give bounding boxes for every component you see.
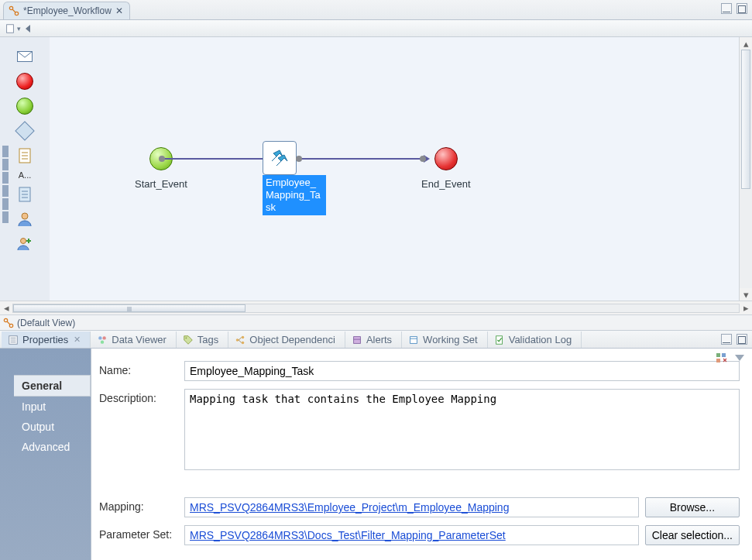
tab-alerts[interactable]: Alerts xyxy=(345,332,402,348)
svg-point-24 xyxy=(101,340,104,343)
parameter-set-link[interactable]: MRS_PSVQ2864MRS3\Docs_Test\Filter_Mappin… xyxy=(190,529,506,541)
editor-tab-workflow[interactable]: *Employee_Workflow ✕ xyxy=(3,2,130,19)
tab-validation-log[interactable]: Validation Log xyxy=(488,332,582,348)
svg-point-22 xyxy=(98,336,101,339)
workflow-icon xyxy=(9,5,19,16)
svg-rect-31 xyxy=(354,336,361,343)
side-tab-output[interactable]: Output xyxy=(14,417,91,437)
name-field[interactable] xyxy=(184,361,740,381)
side-tab-input[interactable]: Input xyxy=(14,397,91,417)
tab-properties-label: Properties xyxy=(22,334,68,345)
minimize-view-button[interactable] xyxy=(721,3,732,14)
maximize-lower-panel-button[interactable] xyxy=(737,334,747,345)
end-event-node[interactable]: End_Event xyxy=(421,147,471,190)
editor-canvas-area: A... Start_Event xyxy=(0,37,752,301)
tab-working-set-label: Working Set xyxy=(423,334,478,345)
svg-point-25 xyxy=(185,337,187,338)
sequence-flow-2[interactable] xyxy=(299,158,423,160)
properties-icon xyxy=(8,335,19,345)
parameter-set-field[interactable]: MRS_PSVQ2864MRS3\Docs_Test\Filter_Mappin… xyxy=(184,525,639,545)
sequence-flow-1[interactable] xyxy=(162,158,266,160)
side-tab-general[interactable]: General xyxy=(14,375,91,397)
svg-point-26 xyxy=(236,338,239,342)
properties-toolbar xyxy=(715,352,746,364)
svg-point-13 xyxy=(22,213,28,219)
svg-point-0 xyxy=(9,6,12,9)
description-label: Description: xyxy=(99,389,178,470)
tab-data-viewer-label: Data Viewer xyxy=(112,334,167,345)
mapping-task-icon xyxy=(269,147,290,169)
properties-side-tabs: General Input Output Advanced xyxy=(14,349,91,560)
gateway-palette-icon[interactable] xyxy=(13,121,36,141)
svg-rect-3 xyxy=(7,24,14,33)
svg-point-14 xyxy=(21,239,26,244)
scroll-left-icon[interactable]: ◂ xyxy=(0,302,12,314)
tab-object-dependencies[interactable]: Object Dependenci xyxy=(228,332,345,348)
view-menu-icon[interactable] xyxy=(733,352,746,364)
start-event-label: Start_Event xyxy=(135,178,187,190)
tab-alerts-label: Alerts xyxy=(366,334,392,345)
lower-panel-tabbar: Properties ✕ Data Viewer Tags Object Dep… xyxy=(0,330,752,349)
start-event-palette-icon[interactable] xyxy=(13,96,36,116)
scroll-up-icon[interactable]: ▴ xyxy=(740,37,752,50)
svg-line-30 xyxy=(239,340,242,343)
data-viewer-icon xyxy=(97,335,108,345)
svg-point-23 xyxy=(103,336,106,339)
tab-properties[interactable]: Properties ✕ xyxy=(2,332,91,348)
scroll-right-icon[interactable]: ▸ xyxy=(740,302,752,314)
side-tabs-gutter xyxy=(0,349,14,560)
editor-status-view-label: (Default View) xyxy=(17,318,75,328)
validation-log-icon xyxy=(494,335,505,345)
name-label: Name: xyxy=(99,361,178,381)
mapping-field[interactable]: MRS_PSVQ2864MRS3\Employee_Project\m_Empl… xyxy=(184,497,639,517)
svg-rect-37 xyxy=(722,353,726,357)
nav-back-icon[interactable] xyxy=(26,25,30,33)
editor-toolbar: ▾ xyxy=(0,20,752,37)
mapping-task-label: Employee_Mapping_Task xyxy=(263,175,326,215)
editor-tabbar: *Employee_Workflow ✕ xyxy=(0,0,752,20)
show-categories-icon[interactable] xyxy=(715,352,727,364)
svg-line-17 xyxy=(7,321,10,325)
clear-selection-button[interactable]: Clear selection... xyxy=(645,525,740,545)
tab-validation-log-label: Validation Log xyxy=(509,334,572,345)
svg-rect-36 xyxy=(716,353,720,357)
end-event-circle-icon xyxy=(434,147,458,170)
user-task-palette-icon[interactable] xyxy=(13,209,36,229)
email-task-palette-icon[interactable] xyxy=(13,46,36,67)
object-dep-icon xyxy=(235,335,246,345)
tags-icon xyxy=(183,335,194,345)
close-icon[interactable]: ✕ xyxy=(115,5,123,16)
tab-working-set[interactable]: Working Set xyxy=(402,332,488,348)
zoom-dropdown[interactable]: ▾ xyxy=(5,23,21,34)
mapping-task-node[interactable]: Employee_Mapping_Task xyxy=(263,141,326,215)
tab-data-viewer[interactable]: Data Viewer xyxy=(91,332,177,348)
workflow-canvas[interactable]: Start_Event Employee_Mapping_Task End_Ev… xyxy=(50,37,752,301)
tab-tags[interactable]: Tags xyxy=(177,332,228,348)
page-icon xyxy=(5,23,15,34)
description-field[interactable] xyxy=(184,389,740,470)
task-document-palette-icon[interactable] xyxy=(13,146,36,166)
end-event-label: End_Event xyxy=(421,178,471,190)
palette-drawer-handle[interactable] xyxy=(2,146,10,223)
mapping-task-box xyxy=(263,141,297,175)
maximize-view-button[interactable] xyxy=(737,3,747,14)
canvas-horizontal-scrollbar[interactable]: ◂ ▸ xyxy=(0,301,752,314)
mapping-link[interactable]: MRS_PSVQ2864MRS3\Employee_Project\m_Empl… xyxy=(190,501,509,514)
minimize-lower-panel-button[interactable] xyxy=(721,334,732,345)
add-user-task-palette-icon[interactable] xyxy=(13,234,36,254)
scroll-down-icon[interactable]: ▾ xyxy=(740,288,752,301)
side-tab-advanced[interactable]: Advanced xyxy=(14,437,91,457)
svg-point-16 xyxy=(9,324,12,327)
browse-button[interactable]: Browse... xyxy=(645,497,740,517)
start-event-node[interactable]: Start_Event xyxy=(135,147,187,190)
svg-point-15 xyxy=(4,318,7,321)
mapping-label: Mapping: xyxy=(99,497,178,517)
svg-rect-38 xyxy=(716,359,720,362)
canvas-vertical-scrollbar[interactable]: ▴ ▾ xyxy=(739,37,752,301)
end-event-palette-icon[interactable] xyxy=(13,71,36,91)
assignment-palette-icon[interactable] xyxy=(13,184,36,204)
workflow-icon xyxy=(3,318,14,328)
working-set-icon xyxy=(408,335,419,345)
svg-point-28 xyxy=(242,341,245,344)
close-icon[interactable]: ✕ xyxy=(74,335,81,345)
